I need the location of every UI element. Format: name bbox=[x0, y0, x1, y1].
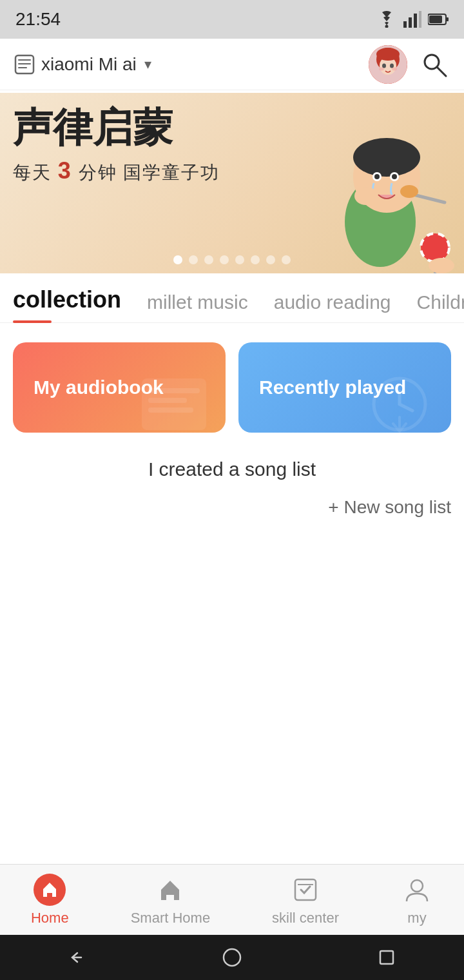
status-bar: 21:54 bbox=[0, 0, 464, 39]
svg-point-38 bbox=[429, 258, 454, 273]
device-selector[interactable]: xiaomi Mi ai ▾ bbox=[13, 53, 151, 76]
nav-item-smart-home[interactable]: Smart Home bbox=[131, 874, 210, 926]
tabs-bar: collection millet music audio reading Ch… bbox=[0, 286, 464, 323]
dot-3 bbox=[204, 255, 213, 264]
svg-point-15 bbox=[376, 48, 400, 61]
new-song-label: + New song list bbox=[328, 497, 451, 518]
svg-rect-49 bbox=[380, 951, 393, 964]
banner-svg bbox=[245, 93, 464, 273]
dot-7 bbox=[266, 255, 275, 264]
nav-skill-center-icon bbox=[289, 874, 322, 906]
nav-item-skill-center[interactable]: skill center bbox=[272, 874, 339, 926]
svg-line-21 bbox=[437, 67, 446, 76]
banner-content: 声律启蒙 每天 3 分钟 国学童子功 bbox=[13, 106, 220, 185]
status-time: 21:54 bbox=[15, 9, 61, 30]
nav-skill-center-label: skill center bbox=[272, 910, 339, 926]
nav-home-icon bbox=[34, 874, 66, 906]
svg-rect-1 bbox=[403, 21, 407, 28]
card-audiobook[interactable]: My audiobook bbox=[13, 342, 226, 433]
svg-point-31 bbox=[392, 174, 397, 179]
back-button[interactable] bbox=[58, 938, 97, 977]
wifi-icon bbox=[376, 11, 397, 28]
cards-section: My audiobook Recently played bbox=[0, 323, 464, 446]
card-recently-label: Recently played bbox=[259, 377, 406, 398]
svg-rect-11 bbox=[18, 67, 27, 68]
svg-point-35 bbox=[421, 233, 449, 262]
svg-rect-41 bbox=[148, 398, 187, 403]
svg-point-19 bbox=[392, 67, 397, 70]
svg-point-18 bbox=[379, 67, 384, 70]
svg-point-45 bbox=[169, 890, 171, 892]
svg-rect-46 bbox=[295, 879, 316, 900]
svg-rect-2 bbox=[409, 17, 412, 28]
banner-dots bbox=[173, 255, 291, 264]
svg-point-17 bbox=[390, 63, 394, 68]
svg-point-47 bbox=[411, 880, 423, 892]
svg-point-0 bbox=[385, 25, 389, 28]
dot-1 bbox=[173, 255, 182, 264]
dot-2 bbox=[189, 255, 198, 264]
svg-point-48 bbox=[224, 949, 240, 966]
top-actions bbox=[369, 45, 451, 84]
tab-collection[interactable]: collection bbox=[13, 286, 121, 322]
svg-rect-3 bbox=[414, 14, 417, 28]
chevron-down-icon: ▾ bbox=[144, 56, 151, 73]
svg-rect-42 bbox=[148, 407, 193, 413]
device-name: xiaomi Mi ai bbox=[41, 54, 137, 75]
system-nav-bar bbox=[0, 935, 464, 980]
bottom-nav: Home Smart Home skill center bbox=[0, 864, 464, 935]
dot-4 bbox=[220, 255, 229, 264]
signal-icon bbox=[403, 11, 421, 28]
home-button[interactable] bbox=[213, 938, 251, 977]
song-list-title: I created a song list bbox=[0, 446, 464, 487]
svg-point-34 bbox=[400, 185, 418, 198]
battery-icon bbox=[428, 13, 449, 26]
search-button[interactable] bbox=[418, 48, 451, 81]
svg-point-32 bbox=[354, 187, 378, 205]
nav-smart-home-icon bbox=[154, 874, 186, 906]
banner-subtitle: 每天 3 分钟 国学童子功 bbox=[13, 157, 220, 185]
nav-item-home[interactable]: Home bbox=[31, 874, 69, 926]
dot-8 bbox=[282, 255, 291, 264]
svg-rect-7 bbox=[429, 15, 442, 23]
avatar[interactable] bbox=[369, 45, 407, 84]
recents-button[interactable] bbox=[367, 938, 406, 977]
svg-rect-4 bbox=[419, 11, 421, 28]
nav-smart-home-label: Smart Home bbox=[131, 910, 210, 926]
status-icons bbox=[376, 11, 449, 28]
card-audiobook-label: My audiobook bbox=[34, 377, 164, 398]
banner-title: 声律启蒙 bbox=[13, 106, 220, 150]
nav-home-label: Home bbox=[31, 910, 69, 926]
tab-children[interactable]: Children bbox=[417, 291, 464, 322]
tab-audio-reading[interactable]: audio reading bbox=[274, 291, 391, 322]
dot-5 bbox=[235, 255, 244, 264]
svg-point-29 bbox=[374, 174, 380, 179]
nav-my-icon bbox=[401, 874, 433, 906]
banner-illustration bbox=[245, 93, 464, 273]
avatar-image bbox=[369, 45, 407, 84]
device-icon bbox=[13, 53, 36, 76]
dot-6 bbox=[251, 255, 260, 264]
svg-rect-10 bbox=[18, 63, 31, 64]
tab-millet-music[interactable]: millet music bbox=[147, 291, 248, 322]
search-icon bbox=[420, 50, 449, 79]
new-song-list-button[interactable]: + New song list bbox=[0, 487, 464, 528]
banner: 声律启蒙 每天 3 分钟 国学童子功 bbox=[0, 93, 464, 273]
svg-rect-6 bbox=[446, 17, 449, 21]
nav-item-my[interactable]: my bbox=[401, 874, 433, 926]
top-bar: xiaomi Mi ai ▾ bbox=[0, 39, 464, 90]
svg-rect-9 bbox=[18, 59, 31, 61]
card-recently-played[interactable]: Recently played bbox=[238, 342, 451, 433]
svg-point-16 bbox=[382, 63, 386, 68]
svg-point-27 bbox=[353, 138, 420, 177]
nav-my-label: my bbox=[407, 910, 426, 926]
